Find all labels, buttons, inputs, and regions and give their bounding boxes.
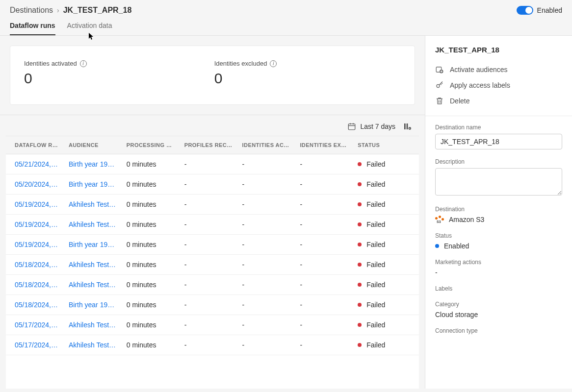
col-profiles[interactable]: PROFILES RECEI… [180,136,237,154]
col-run-start[interactable]: DATAFLOW RUN… [6,136,64,154]
cell-run-start[interactable]: 05/18/2024, 8… [6,275,64,295]
status-dot-icon [358,323,362,327]
cell-status: Failed [353,315,419,335]
identities-excluded-label: Identities excluded [214,60,267,67]
cell-profiles: - [180,315,237,335]
cell-profiles: - [180,215,237,235]
delete-label: Delete [450,97,469,105]
col-status[interactable]: STATUS [353,136,419,154]
cell-audience[interactable]: Akhilesh Test… [64,335,122,355]
destination-label: Destination [435,206,562,213]
col-audience[interactable]: AUDIENCE [64,136,122,154]
cell-identities-excluded: - [295,335,353,355]
col-identities-excluded[interactable]: IDENTITIES EXC… [295,136,353,154]
cell-processing: 0 minutes [122,315,180,335]
status-dot-icon [358,202,362,206]
cell-profiles: - [180,174,237,195]
table-row[interactable]: 05/19/2024, 9…Akhilesh Test…0 minutes---… [6,195,419,215]
table-row[interactable]: 05/20/2024, 1…Birth year 19…0 minutes---… [6,174,419,195]
column-config-icon[interactable] [403,122,411,130]
table-row[interactable]: 05/18/2024, 8…Akhilesh Test…0 minutes---… [6,275,419,295]
delete-action[interactable]: Delete [435,93,562,109]
destination-name-label: Destination name [435,124,562,131]
cell-identities-excluded: - [295,235,353,255]
cell-run-start[interactable]: 05/17/2024, 9… [6,315,64,335]
chevron-right-icon: › [57,6,59,14]
breadcrumb-current: JK_TEST_APR_18 [63,6,132,15]
info-icon[interactable]: i [270,60,277,67]
col-processing[interactable]: PROCESSING D… [122,136,180,154]
status-dot-icon [358,343,362,347]
cell-run-start[interactable]: 05/18/2024, 9… [6,255,64,275]
enabled-toggle-label: Enabled [537,6,562,14]
cell-audience[interactable]: Akhilesh Test… [64,275,122,295]
cell-run-start[interactable]: 05/21/2024, 1… [6,154,64,174]
cell-identities-activated: - [237,255,295,275]
activate-audiences-icon [435,65,444,74]
apply-access-labels-action[interactable]: Apply access labels [435,77,562,93]
connection-type-label: Connection type [435,327,562,334]
col-identities-activated[interactable]: IDENTITIES ACTI… [237,136,295,154]
svg-point-10 [409,128,410,129]
tab-activation-data[interactable]: Activation data [67,22,112,35]
description-input[interactable] [435,168,562,196]
tab-dataflow-runs[interactable]: Dataflow runs [10,22,55,35]
cell-run-start[interactable]: 05/19/2024, 9… [6,195,64,215]
table-row[interactable]: 05/17/2024, 9…Akhilesh Test…0 minutes---… [6,315,419,335]
key-icon [435,81,444,90]
table-row[interactable]: 05/17/2024, 8…Akhilesh Test…0 minutes---… [6,335,419,355]
breadcrumb: Destinations › JK_TEST_APR_18 [10,6,131,15]
cell-run-start[interactable]: 05/17/2024, 8… [6,335,64,355]
cell-identities-excluded: - [295,215,353,235]
table-row[interactable]: 05/18/2024, 9…Akhilesh Test…0 minutes---… [6,255,419,275]
cell-profiles: - [180,335,237,355]
info-icon[interactable]: i [80,60,87,67]
cell-run-start[interactable]: 05/20/2024, 1… [6,174,64,195]
cell-audience[interactable]: Birth year 19… [64,235,122,255]
cell-profiles: - [180,235,237,255]
cell-processing: 0 minutes [122,195,180,215]
status-label: Status [435,232,562,239]
cell-processing: 0 minutes [122,295,180,315]
cell-status: Failed [353,235,419,255]
cell-processing: 0 minutes [122,154,180,174]
activate-audiences-action[interactable]: Activate audiences [435,62,562,77]
cell-processing: 0 minutes [122,255,180,275]
cell-identities-activated: - [237,235,295,255]
marketing-actions-label: Marketing actions [435,259,562,266]
table-row[interactable]: 05/19/2024, 8…Akhilesh Test…0 minutes---… [6,215,419,235]
table-row[interactable]: 05/21/2024, 1…Birth year 19…0 minutes---… [6,154,419,174]
cell-identities-excluded: - [295,154,353,174]
cell-audience[interactable]: Akhilesh Test… [64,255,122,275]
cell-audience[interactable]: Akhilesh Test… [64,215,122,235]
status-dot-icon [358,283,362,287]
destination-name-input[interactable] [435,134,562,149]
labels-label: Labels [435,285,562,292]
cell-audience[interactable]: Birth year 19… [64,154,122,174]
table-row[interactable]: 05/18/2024, 1…Birth year 19…0 minutes---… [6,295,419,315]
identities-activated-value: 0 [24,70,87,87]
cell-status: Failed [353,255,419,275]
cell-status: Failed [353,275,419,295]
cell-run-start[interactable]: 05/19/2024, 1… [6,235,64,255]
cell-processing: 0 minutes [122,174,180,195]
amazon-s3-icon: S3 [435,216,445,223]
breadcrumb-root[interactable]: Destinations [10,6,53,15]
details-title: JK_TEST_APR_18 [435,46,562,54]
date-range-picker[interactable]: Last 7 days [347,122,395,131]
description-label: Description [435,158,562,165]
cell-run-start[interactable]: 05/19/2024, 8… [6,215,64,235]
table-row[interactable]: 05/19/2024, 1…Birth year 19…0 minutes---… [6,235,419,255]
enabled-toggle[interactable] [517,6,533,15]
cell-audience[interactable]: Birth year 19… [64,295,122,315]
activate-audiences-label: Activate audiences [450,66,508,74]
trash-icon [435,97,444,105]
cell-audience[interactable]: Birth year 19… [64,174,122,195]
cell-audience[interactable]: Akhilesh Test… [64,315,122,335]
cell-audience[interactable]: Akhilesh Test… [64,195,122,215]
cell-identities-activated: - [237,154,295,174]
status-dot-icon [358,222,362,226]
cell-profiles: - [180,195,237,215]
cell-run-start[interactable]: 05/18/2024, 1… [6,295,64,315]
cell-identities-excluded: - [295,275,353,295]
